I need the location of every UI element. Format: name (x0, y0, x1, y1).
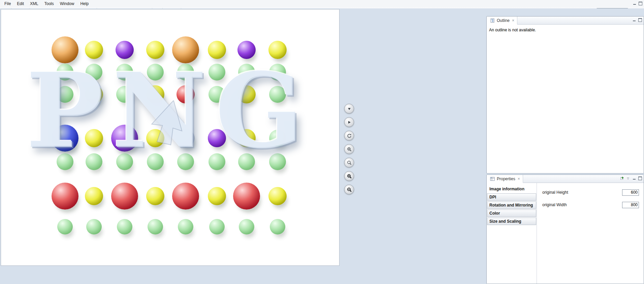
red-sphere (176, 85, 195, 103)
outline-content: An outline is not available. (487, 25, 644, 35)
green-sphere (208, 64, 225, 81)
menu-tools[interactable]: Tools (41, 0, 57, 7)
green-sphere (238, 153, 255, 170)
properties-section-image-information[interactable]: Image information (487, 185, 536, 193)
digilib-image-canvas[interactable]: PNG (1, 9, 340, 266)
maximize-button[interactable] (638, 1, 643, 5)
green-sphere (86, 153, 102, 170)
green-sphere (208, 153, 225, 170)
properties-chrome: ▽ (620, 176, 642, 180)
original-height-input[interactable] (622, 189, 639, 196)
purple-sphere (116, 41, 134, 59)
red-sphere (111, 183, 138, 210)
red-sphere (172, 183, 199, 210)
view-menu-button[interactable]: ▽ (626, 176, 630, 180)
green-sphere (269, 64, 286, 81)
properties-icon (489, 176, 495, 182)
properties-section-size-and-scaling[interactable]: Size and Scaling (487, 218, 536, 225)
editor-area: digilib editor × PNG (0, 0, 379, 268)
copper-sphere (172, 36, 199, 63)
menu-edit[interactable]: Edit (14, 0, 27, 7)
properties-section-color[interactable]: Color (487, 210, 536, 217)
menu-help[interactable]: Help (77, 0, 92, 7)
navigation-arrow-button[interactable] (344, 104, 354, 114)
zoom-full-button[interactable] (344, 158, 354, 167)
yellow-sphere (237, 129, 256, 147)
properties-section-rotation-and-mirroring[interactable]: Rotation and Mirroring (487, 201, 536, 209)
properties-body: Image informationDPIRotation and Mirrori… (487, 183, 644, 284)
yellow-sphere (146, 41, 164, 59)
green-sphere (239, 219, 254, 234)
yellow-sphere (85, 85, 103, 103)
green-sphere (269, 153, 286, 170)
tab-outline[interactable]: Outline × (487, 17, 517, 25)
property-row: original Height (542, 189, 639, 196)
play-button[interactable] (344, 117, 354, 127)
menu-xml[interactable]: XML (27, 0, 41, 7)
outline-message: An outline is not available. (489, 28, 536, 32)
yellow-sphere (237, 85, 256, 103)
zoom-out-button[interactable] (344, 185, 354, 194)
yellow-sphere (85, 41, 103, 59)
green-sphere (269, 130, 286, 147)
rotate-button[interactable] (344, 131, 354, 140)
property-label: original Width (542, 202, 567, 207)
application-window: FileEditXMLToolsWindowHelp ▾xml<>a?▾▾ <>… (0, 0, 644, 284)
green-sphere (177, 64, 194, 81)
yellow-sphere (146, 187, 164, 205)
minimize-button[interactable] (632, 18, 636, 22)
green-sphere (117, 219, 132, 234)
copper-sphere (52, 36, 78, 63)
close-icon[interactable]: × (518, 177, 520, 181)
tab-properties[interactable]: Properties × (487, 175, 523, 183)
outline-tab-strip: Outline × (487, 17, 644, 25)
zoom-region-button[interactable] (344, 144, 354, 154)
properties-tab-label: Properties (497, 177, 515, 181)
green-sphere (270, 219, 285, 234)
pin-to-editor-button[interactable] (620, 176, 624, 180)
properties-section-list: Image informationDPIRotation and Mirrori… (487, 183, 537, 284)
properties-section-dpi[interactable]: DPI (487, 193, 536, 201)
property-label: original Height (542, 190, 568, 195)
yellow-sphere (85, 187, 103, 205)
minimize-button[interactable] (632, 1, 637, 5)
yellow-sphere (208, 187, 226, 205)
purple-sphere (208, 129, 226, 147)
yellow-sphere (268, 41, 287, 59)
green-sphere (238, 64, 255, 81)
outline-chrome (632, 18, 642, 22)
green-sphere (116, 64, 133, 81)
green-sphere (116, 86, 133, 103)
properties-panel: Properties × ▽ Image informationDPIRotat… (486, 175, 644, 284)
green-sphere (177, 153, 194, 170)
minimize-button[interactable] (632, 176, 636, 180)
green-sphere (86, 219, 102, 234)
maximize-button[interactable] (638, 176, 642, 180)
green-sphere (86, 64, 102, 81)
green-sphere (57, 219, 73, 234)
outline-panel: Outline × An outline is not available. (486, 16, 644, 173)
red-sphere (233, 183, 260, 210)
green-sphere (208, 86, 225, 103)
maximize-button[interactable] (638, 18, 642, 22)
menu-file[interactable]: File (1, 0, 14, 7)
green-sphere (147, 153, 164, 170)
original-width-input[interactable] (622, 202, 639, 208)
menu-window[interactable]: Window (57, 0, 77, 7)
zoom-in-button[interactable] (344, 171, 354, 181)
green-sphere (269, 86, 286, 103)
outline-tab-label: Outline (497, 18, 510, 23)
yellow-sphere (208, 41, 226, 59)
property-row: original Width (542, 201, 639, 208)
green-sphere (57, 86, 73, 103)
yellow-sphere (85, 129, 103, 147)
purple-sphere (111, 125, 138, 152)
green-sphere (147, 64, 164, 81)
close-icon[interactable]: × (512, 18, 514, 23)
outline-icon (489, 18, 495, 23)
digilib-control-strip (344, 104, 354, 194)
green-sphere (178, 219, 193, 234)
menu-bar: FileEditXMLToolsWindowHelp (0, 0, 644, 8)
purple-sphere (237, 41, 256, 59)
blue-sphere (52, 125, 78, 152)
